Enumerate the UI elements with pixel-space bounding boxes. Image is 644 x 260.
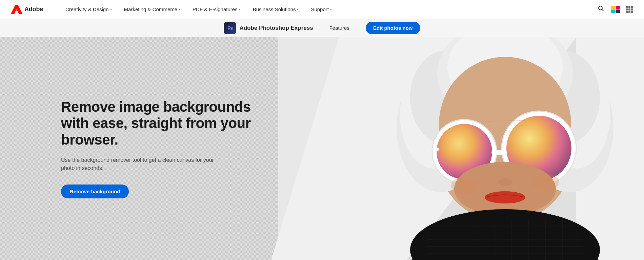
svg-line-1 xyxy=(602,9,603,11)
nav-right-controls xyxy=(597,4,633,15)
color-cyan xyxy=(611,9,616,13)
chevron-down-icon: ▾ xyxy=(179,7,180,11)
svg-rect-22 xyxy=(491,150,507,155)
chevron-down-icon: ▾ xyxy=(330,7,332,11)
color-magenta xyxy=(616,6,621,9)
search-icon xyxy=(598,5,604,12)
svg-point-26 xyxy=(498,178,512,186)
svg-point-31 xyxy=(410,209,600,260)
edit-photos-button[interactable]: Edit photos now xyxy=(366,22,420,34)
svg-point-28 xyxy=(532,174,559,191)
photoshop-express-icon: Ps xyxy=(224,22,236,34)
photoshop-express-brand[interactable]: Ps Adobe Photoshop Express xyxy=(224,22,313,34)
chevron-down-icon: ▾ xyxy=(110,7,112,11)
hero-section: Remove image backgrounds with ease, stra… xyxy=(0,37,644,260)
svg-point-25 xyxy=(485,191,525,203)
color-yellow xyxy=(611,6,616,9)
search-button[interactable] xyxy=(597,4,605,15)
chevron-down-icon: ▾ xyxy=(239,7,241,11)
features-link[interactable]: Features xyxy=(327,19,352,37)
hero-headline: Remove image backgrounds with ease, stra… xyxy=(61,99,251,148)
hero-woman-illustration xyxy=(359,37,644,260)
svg-point-27 xyxy=(451,177,478,194)
nav-item-marketing[interactable]: Marketing & Commerce ▾ xyxy=(118,0,187,19)
nav-item-business[interactable]: Business Solutions ▾ xyxy=(247,0,305,19)
color-black xyxy=(616,9,621,13)
adobe-logo[interactable]: Adobe xyxy=(11,5,43,14)
adobe-apps-color-icon[interactable] xyxy=(611,6,620,13)
secondary-navigation: Ps Adobe Photoshop Express Features Edit… xyxy=(0,19,644,37)
apps-grid-button[interactable] xyxy=(626,6,633,13)
hero-content: Remove image backgrounds with ease, stra… xyxy=(61,99,251,198)
hero-image xyxy=(339,37,644,260)
chevron-down-icon: ▾ xyxy=(297,7,299,11)
remove-background-button[interactable]: Remove background xyxy=(61,185,129,198)
top-navigation: Adobe Creativity & Design ▾ Marketing & … xyxy=(0,0,644,19)
nav-item-creativity[interactable]: Creativity & Design ▾ xyxy=(59,0,118,19)
nav-item-pdf[interactable]: PDF & E-signatures ▾ xyxy=(186,0,247,19)
adobe-wordmark: Adobe xyxy=(24,6,43,13)
hero-subtext: Use the background remover tool to get a… xyxy=(61,156,224,172)
svg-rect-23 xyxy=(432,148,439,151)
nav-item-support[interactable]: Support ▾ xyxy=(305,0,338,19)
main-nav-links: Creativity & Design ▾ Marketing & Commer… xyxy=(59,0,597,19)
photoshop-express-name: Adobe Photoshop Express xyxy=(239,25,313,31)
adobe-logo-icon xyxy=(11,5,22,14)
